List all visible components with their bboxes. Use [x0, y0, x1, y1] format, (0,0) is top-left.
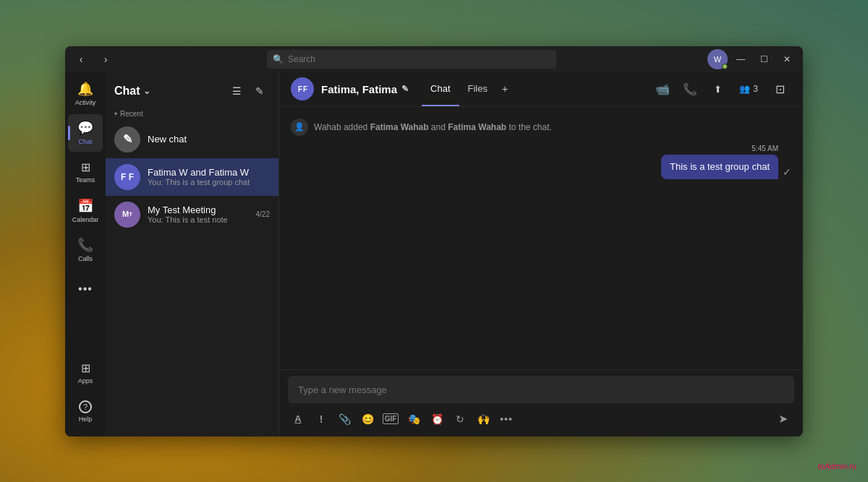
chat-nav-icon: 💬: [77, 120, 93, 136]
schedule-button[interactable]: ⏰: [427, 409, 447, 429]
share-icon: ⬆: [714, 84, 722, 95]
chat-item-fatima-group[interactable]: F F Fatima W and Fatima W You: This is a…: [106, 158, 278, 196]
chat-header-icons: ☰ ✎: [226, 81, 270, 101]
sidebar-item-activity[interactable]: 🔔 Activity: [68, 75, 103, 113]
activity-icon: 🔔: [77, 81, 93, 97]
chat-list-header: Chat ⌄ ☰ ✎: [106, 72, 278, 107]
exclamation-icon: !: [320, 413, 323, 425]
chat-main: F F Fatima, Fatima ✎ Chat Files +: [279, 72, 803, 436]
message-status-icon: ✓: [783, 166, 791, 178]
chat-header: F F Fatima, Fatima ✎ Chat Files +: [279, 72, 803, 107]
edit-name-icon[interactable]: ✎: [401, 84, 409, 94]
new-chat-icon: ✎: [255, 85, 264, 97]
search-bar[interactable]: 🔍: [267, 50, 556, 69]
sticker-button[interactable]: 🎭: [404, 409, 424, 429]
chat-panel-title[interactable]: Chat ⌄: [114, 85, 150, 98]
important-button[interactable]: !: [311, 409, 331, 429]
more-actions-icon: ⊡: [775, 82, 785, 96]
chat-item-test-meeting[interactable]: MT My Test Meeting You: This is a test n…: [106, 196, 278, 233]
help-icon: ?: [79, 400, 92, 413]
message-input[interactable]: [298, 384, 784, 395]
sidebar-item-calls[interactable]: 📞 Calls: [68, 231, 103, 269]
sidebar-bottom: ⊞ Apps ? Help: [68, 354, 103, 436]
sidebar-item-teams[interactable]: ⊞ Teams: [68, 153, 103, 191]
forward-button[interactable]: ›: [95, 49, 116, 69]
sidebar-item-more[interactable]: •••: [68, 270, 103, 308]
format-icon: A: [294, 413, 301, 424]
new-chat-button[interactable]: ✎: [250, 81, 270, 101]
sidebar-item-chat[interactable]: 💬 Chat: [68, 114, 103, 152]
sidebar-item-chat-label: Chat: [78, 138, 92, 145]
title-bar-right: W — ☐ ✕: [707, 49, 797, 69]
bubble-content: This is a test group chat: [661, 155, 778, 179]
participants-count: 3: [753, 84, 758, 94]
new-chat-info: New chat: [148, 134, 270, 145]
more-toolbar-icon: •••: [500, 413, 513, 425]
filter-button[interactable]: ☰: [226, 81, 247, 101]
praise-button[interactable]: 🙌: [473, 409, 493, 429]
message-input-box[interactable]: [288, 376, 794, 403]
test-meeting-meta: 4/22: [256, 210, 270, 218]
chat-title-dropdown-icon: ⌄: [143, 86, 150, 96]
close-button[interactable]: ✕: [777, 49, 797, 69]
fatima-group-info: Fatima W and Fatima W You: This is a tes…: [148, 167, 270, 186]
chat-header-actions: 📹 📞 ⬆ 👥 3 ⊡: [651, 77, 791, 100]
apps-icon: ⊞: [81, 361, 90, 375]
messages-area: 👤 Wahab added Fatima Wahab and Fatima Wa…: [279, 107, 803, 369]
teams-icon: ⊞: [81, 160, 90, 174]
loop-button[interactable]: ↻: [450, 409, 470, 429]
participants-icon: 👥: [739, 84, 750, 94]
system-message-text: Wahab added Fatima Wahab and Fatima Waha…: [314, 122, 552, 132]
video-call-button[interactable]: 📹: [651, 77, 674, 100]
calls-icon: 📞: [77, 237, 93, 253]
sidebar-item-activity-label: Activity: [75, 99, 96, 106]
sidebar-nav: 🔔 Activity 💬 Chat ⊞ Teams 📅 Calendar 📞 C…: [65, 72, 106, 436]
share-screen-button[interactable]: ⬆: [706, 77, 729, 100]
more-icon: •••: [78, 283, 93, 296]
message-input-area: A ! 📎 😊 GIF: [279, 369, 803, 436]
sidebar-item-apps-label: Apps: [78, 377, 93, 384]
sidebar-item-calendar[interactable]: 📅 Calendar: [68, 192, 103, 230]
sidebar-item-help-label: Help: [79, 416, 93, 423]
sidebar-item-calls-label: Calls: [78, 255, 93, 262]
title-bar-left: ‹ ›: [71, 49, 116, 69]
format-button[interactable]: A: [288, 409, 308, 429]
test-meeting-avatar: MT: [114, 202, 140, 228]
paperclip-icon: 📎: [339, 413, 351, 425]
video-icon: 📹: [655, 82, 670, 96]
user-avatar[interactable]: W: [707, 49, 728, 69]
search-input[interactable]: [288, 54, 550, 64]
calendar-icon: 📅: [77, 198, 93, 214]
sidebar-item-help[interactable]: ? Help: [68, 393, 103, 431]
emoji-button[interactable]: 😊: [357, 409, 378, 429]
back-button[interactable]: ‹: [71, 49, 91, 69]
toolbar-left: A ! 📎 😊 GIF: [288, 409, 516, 429]
chat-item-new-chat[interactable]: ✎ New chat: [106, 121, 278, 158]
maximize-button[interactable]: ☐: [754, 49, 774, 69]
fatima-group-preview: You: This is a test group chat: [148, 178, 270, 186]
attach-button[interactable]: 📎: [334, 409, 354, 429]
tab-files[interactable]: Files: [459, 72, 496, 106]
title-bar: ‹ › 🔍 W — ☐ ✕: [65, 46, 803, 72]
gif-button[interactable]: GIF: [380, 409, 401, 429]
chat-header-name: Fatima, Fatima ✎: [321, 83, 409, 95]
sidebar-item-apps[interactable]: ⊞ Apps: [68, 354, 103, 392]
send-icon: ➤: [778, 412, 788, 426]
sidebar-item-teams-label: Teams: [76, 176, 95, 184]
audio-call-button[interactable]: 📞: [678, 77, 702, 100]
phone-icon: 📞: [683, 82, 697, 96]
more-toolbar-button[interactable]: •••: [496, 409, 516, 429]
gif-icon: GIF: [383, 413, 399, 424]
add-tab-button[interactable]: +: [496, 72, 514, 106]
minimize-button[interactable]: —: [731, 49, 751, 69]
message-bubble-1: 5:45 AM This is a test group chat: [661, 145, 778, 179]
tab-chat[interactable]: Chat: [422, 72, 459, 106]
sidebar-item-calendar-label: Calendar: [72, 216, 99, 223]
avatar-status: [722, 64, 728, 69]
participants-button[interactable]: 👥 3: [733, 79, 764, 99]
test-meeting-preview: You: This is a test note: [148, 215, 249, 224]
more-actions-button[interactable]: ⊡: [768, 77, 791, 100]
schedule-icon: ⏰: [431, 413, 443, 425]
send-button[interactable]: ➤: [771, 408, 794, 431]
loop-icon: ↻: [456, 413, 464, 425]
